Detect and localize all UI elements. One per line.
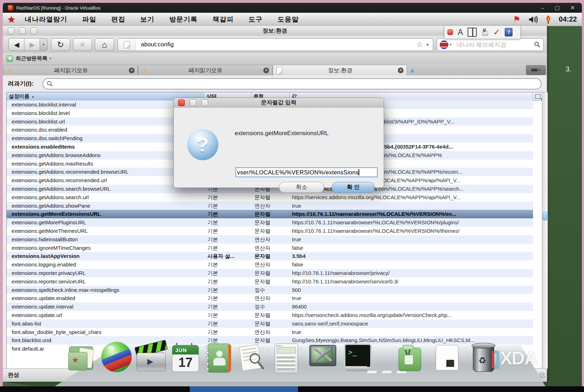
cancel-button[interactable]: 취소 [279, 182, 324, 193]
site-identity-box[interactable] [118, 39, 136, 51]
close-button[interactable]: ✕ [570, 5, 575, 11]
menu-item-1[interactable]: 파일 [82, 16, 96, 23]
table-row[interactable]: extensions.getAddons.search.url기본문자렬http… [7, 193, 533, 202]
pref-name: extensions.dss.enabled [12, 126, 67, 134]
column-picker-icon[interactable] [533, 92, 542, 100]
media-player-icon[interactable]: ▶ [136, 343, 166, 373]
home-button[interactable]: ⌂ [95, 38, 114, 51]
pref-value: false [292, 260, 532, 269]
back-history-dropdown[interactable]: ▾ [40, 38, 47, 51]
page-icon [124, 41, 130, 48]
torch-icon[interactable] [545, 15, 551, 24]
table-row[interactable]: extensions.ignoreMTimeChanges기본연산자false [7, 244, 533, 252]
tab-close-icon[interactable]: ✕ [263, 68, 269, 73]
pref-name: extensions.getMoreExtensionsURL [12, 210, 101, 218]
file-browser-icon[interactable] [432, 343, 462, 373]
virtualbox-titlebar[interactable]: RedStarOS [Running] - Oracle VirtualBox … [3, 3, 582, 13]
pen-cup-icon[interactable] [481, 29, 488, 36]
reload-button[interactable]: ↻ [51, 38, 70, 51]
stop-button[interactable]: ✕ [73, 38, 92, 51]
host-taskbar[interactable] [0, 386, 584, 392]
search-icon[interactable] [534, 41, 540, 48]
search-box[interactable]: ▾ 내나라 웨브페지검 [437, 38, 544, 51]
pref-status: 기본 [207, 235, 218, 244]
scrollbar-thumb[interactable] [543, 212, 547, 220]
tab-close-icon[interactable]: ✕ [398, 68, 403, 73]
menu-item-5[interactable]: 책갈피 [212, 16, 234, 23]
tab-0[interactable]: ⚠페지읽기오유✕ [4, 65, 138, 76]
recent-visits-menu[interactable]: 최근방문목록 [16, 55, 47, 62]
pref-name: extensions.getAddons.recommended.browseU… [12, 168, 128, 176]
tab-2[interactable]: 정보:환경✕ [273, 65, 407, 76]
search-placeholder[interactable]: 내나라 웨브페지검 [457, 41, 506, 49]
bookmark-star-icon[interactable]: ☆ [416, 40, 423, 49]
pref-status: 기본 [207, 311, 218, 319]
menu-item-6[interactable]: 도구 [248, 16, 263, 23]
pref-type: 문자렬 [254, 218, 270, 227]
url-bar[interactable]: about:config ☆ ▼ [118, 38, 433, 51]
palette-close-icon[interactable] [447, 29, 453, 35]
filter-input[interactable] [42, 78, 542, 90]
maximize-button[interactable]: ▢ [555, 5, 560, 11]
calendar-icon[interactable]: JUN17 [171, 343, 200, 373]
table-row[interactable]: extensions.update.url기본문자렬https://versio… [7, 311, 533, 319]
table-row[interactable]: extensions.lastAppVersion사용자 설...문자렬3.5b… [7, 252, 533, 260]
document-search-icon[interactable] [237, 343, 267, 373]
search-engine-dropdown[interactable]: ▾ [450, 43, 452, 46]
new-tab-button[interactable]: + [410, 67, 414, 76]
pref-type: 연산자 [254, 328, 270, 336]
forward-button[interactable]: ▶ [24, 38, 40, 51]
table-row[interactable]: extensions.logging.enabled기본연산자false [7, 260, 533, 269]
menu-item-0[interactable]: 내나라열람기 [25, 16, 67, 23]
table-row[interactable]: extensions.reporter.serviceURL기본문자렬http:… [7, 277, 533, 286]
table-row[interactable]: extensions.update.interval기본정수86400 [7, 302, 533, 311]
taskbar-window-segment[interactable] [190, 386, 298, 392]
tab-close-icon[interactable]: ✕ [129, 68, 134, 73]
table-row[interactable]: font.alias-list기본문자렬sans,sans-serif,seri… [7, 319, 533, 328]
search-engine-icon[interactable] [440, 40, 448, 49]
table-row[interactable]: extensions.getAddons.showPane기본연산자true [7, 202, 533, 210]
system-settings-icon[interactable] [308, 343, 338, 373]
menu-item-3[interactable]: 보기 [140, 16, 154, 23]
table-row[interactable]: extensions.update.enabled기본연산자true [7, 294, 533, 302]
split-view-icon[interactable] [468, 28, 477, 37]
tab-list-button[interactable]: ▾ [526, 65, 546, 75]
url-text[interactable]: about:config [141, 41, 174, 48]
pref-type: 연산자 [254, 244, 270, 252]
calculator-icon[interactable]: ●●● [272, 343, 302, 373]
text-tool-icon[interactable]: A [458, 28, 463, 37]
annotation-palette: A ✓ ? [444, 25, 521, 39]
ok-button[interactable]: 확 인 [332, 182, 375, 193]
dialog-titlebar[interactable]: 문자렬값 입력 [174, 98, 384, 108]
file-manager-icon[interactable]: ★ [68, 343, 97, 373]
dialog-value-input[interactable]: vser/%LOCALE%/%VERSION%/extensSions [235, 167, 378, 177]
table-row[interactable]: extensions.spellcheck.inline.max-misspel… [7, 286, 533, 294]
pref-name: extensions.getAddons.showPane [12, 202, 90, 210]
table-row[interactable]: extensions.getMoreThemesURL기본문자렬https://… [7, 227, 533, 235]
speaker-icon[interactable] [528, 16, 538, 23]
pref-type: 문자렬 [254, 252, 270, 260]
browser-globe-icon[interactable] [101, 342, 132, 372]
table-row[interactable]: extensions.getMorePluginsURL기본문자렬https:/… [7, 218, 533, 227]
pref-value: true [292, 328, 532, 336]
table-row[interactable]: extensions.getMoreExtensionsURL기본문자렬http… [7, 210, 533, 218]
menu-item-2[interactable]: 편집 [111, 16, 125, 23]
menu-item-7[interactable]: 도움말 [277, 16, 299, 23]
tab-1[interactable]: ⚠페지읽기오유✕ [138, 65, 273, 76]
table-row[interactable]: font.allow_double_byte_special_chars기본연산… [7, 328, 533, 336]
url-dropdown-icon[interactable]: ▼ [426, 43, 429, 47]
pref-type: 정수 [254, 286, 265, 294]
table-row[interactable]: extensions.reporter.privacyURL기본문자렬http:… [7, 269, 533, 277]
check-tool-icon[interactable]: ✓ [493, 27, 500, 37]
address-book-icon[interactable] [205, 343, 235, 373]
terminal-icon[interactable]: >_ [342, 343, 372, 373]
bookmarks-toolbar: ✱ 최근방문목록 ▾ [3, 53, 547, 64]
help-book-icon[interactable]: ? [505, 28, 513, 36]
back-button[interactable]: ◀ [8, 38, 25, 51]
menu-item-4[interactable]: 방문기록 [169, 16, 197, 23]
minimize-button[interactable]: – [541, 5, 544, 11]
utilities-icon[interactable] [395, 343, 425, 373]
flag-icon[interactable]: ⚑ [513, 15, 521, 24]
vertical-scrollbar[interactable] [542, 92, 548, 369]
table-row[interactable]: extensions.hideInstallButton기본연산자true [7, 235, 533, 244]
